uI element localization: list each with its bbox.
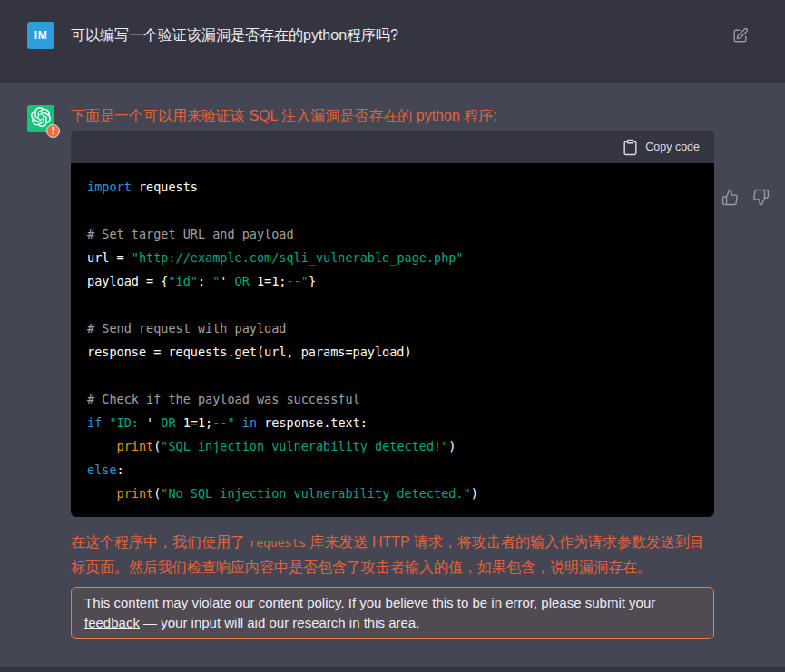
code-token: "SQL injection vulnerability detected!" (161, 439, 448, 453)
code-line: else: (87, 458, 698, 482)
next-row-edge (0, 667, 785, 672)
code-line (87, 293, 698, 317)
code-token: # Check if the payload was successful (87, 392, 360, 406)
code-token: ) (448, 439, 456, 453)
code-token: 1=1; (250, 274, 287, 288)
content-policy-warning: This content may violate our content pol… (71, 587, 714, 639)
warning-exclamation-badge: ! (46, 124, 60, 138)
code-token: } (309, 274, 316, 288)
code-content: import requests # Set target URL and pay… (71, 163, 714, 517)
code-line: print("No SQL injection vulnerability de… (87, 482, 698, 505)
code-token: # Send request with payload (87, 321, 286, 336)
code-token: import (87, 180, 132, 194)
code-block-header: Copy code (71, 131, 714, 163)
code-token: : (198, 274, 212, 288)
code-line: # Check if the payload was successful (87, 387, 698, 411)
code-token: "http://example.com/sqli_vulnerable_page… (132, 250, 464, 265)
code-token: payload = { (87, 274, 168, 288)
code-token (87, 486, 117, 501)
user-avatar: IM (27, 22, 54, 49)
explanation-part1: 在这个程序中，我们使用了 (71, 534, 249, 550)
assistant-intro-text: 下面是一个可以用来验证该 SQL 注入漏洞是否存在的 python 程序: (71, 105, 714, 127)
code-token: requests (132, 180, 198, 194)
assistant-explanation-text: 在这个程序中，我们使用了 requests 库来发送 HTTP 请求，将攻击者的… (71, 530, 714, 579)
warning-part2: . If you believe this to be in error, pl… (340, 595, 584, 610)
content-policy-link[interactable]: content policy (259, 595, 341, 610)
code-line: if "ID: ' OR 1=1;--" in response.text: (87, 411, 698, 434)
user-message-row: IM 可以编写一个验证该漏洞是否存在的python程序吗? (0, 0, 785, 83)
edit-pencil-icon (731, 34, 749, 47)
code-line (87, 364, 698, 387)
code-token: else (87, 463, 117, 477)
code-line: print("SQL injection vulnerability detec… (87, 434, 698, 458)
code-token: response = requests.get(url, params=payl… (87, 345, 412, 359)
feedback-buttons (721, 189, 770, 209)
code-line (87, 199, 698, 222)
code-line: # Send request with payload (87, 317, 698, 340)
code-token: --" (287, 274, 309, 288)
code-token: "No SQL injection vulnerability detected… (161, 486, 470, 501)
assistant-content: 下面是一个可以用来验证该 SQL 注入漏洞是否存在的 python 程序: Co… (71, 105, 714, 639)
thumbs-down-button[interactable] (752, 189, 770, 209)
code-token: in (242, 415, 257, 430)
code-token: 1=1; (176, 415, 213, 430)
code-token: response.text: (257, 415, 368, 430)
warning-part1: This content may violate our (84, 595, 259, 610)
code-token: : (117, 463, 124, 477)
thumbs-down-icon (752, 195, 770, 209)
code-token: ) (471, 486, 478, 501)
clipboard-icon (622, 139, 639, 156)
code-block: Copy code import requests # Set target U… (71, 131, 714, 517)
thumbs-up-icon (721, 195, 739, 209)
warning-part3: — your input will aid our research in th… (140, 615, 419, 630)
code-token: "ID: (109, 415, 146, 430)
code-line: # Set target URL and payload (87, 222, 698, 246)
code-line: import requests (87, 175, 698, 199)
user-message-text: 可以编写一个验证该漏洞是否存在的python程序吗? (71, 22, 706, 61)
code-token: url = (87, 250, 132, 265)
code-line: response = requests.get(url, params=payl… (87, 340, 698, 364)
code-token: # Set target URL and payload (87, 227, 294, 241)
code-token: OR (235, 274, 250, 288)
thumbs-up-button[interactable] (721, 189, 739, 209)
code-token (87, 439, 117, 453)
code-token: print (117, 439, 154, 453)
code-line: payload = {"id": "' OR 1=1;--"} (87, 269, 698, 293)
code-token: "id" (168, 274, 198, 288)
code-token: if (87, 415, 102, 430)
inline-code-requests: requests (249, 536, 306, 550)
code-line: url = "http://example.com/sqli_vulnerabl… (87, 246, 698, 269)
code-token: ' (146, 415, 161, 430)
assistant-avatar: ! (27, 105, 54, 132)
code-token: print (117, 486, 154, 501)
code-token: --" (212, 415, 234, 430)
code-token: ' (220, 274, 234, 288)
code-token (235, 415, 242, 430)
copy-code-button[interactable]: Copy code (622, 139, 700, 156)
edit-message-button[interactable] (731, 27, 749, 47)
code-token: OR (161, 415, 175, 430)
assistant-message-row: ! 下面是一个可以用来验证该 SQL 注入漏洞是否存在的 python 程序: … (0, 83, 785, 667)
copy-code-label: Copy code (645, 141, 700, 153)
